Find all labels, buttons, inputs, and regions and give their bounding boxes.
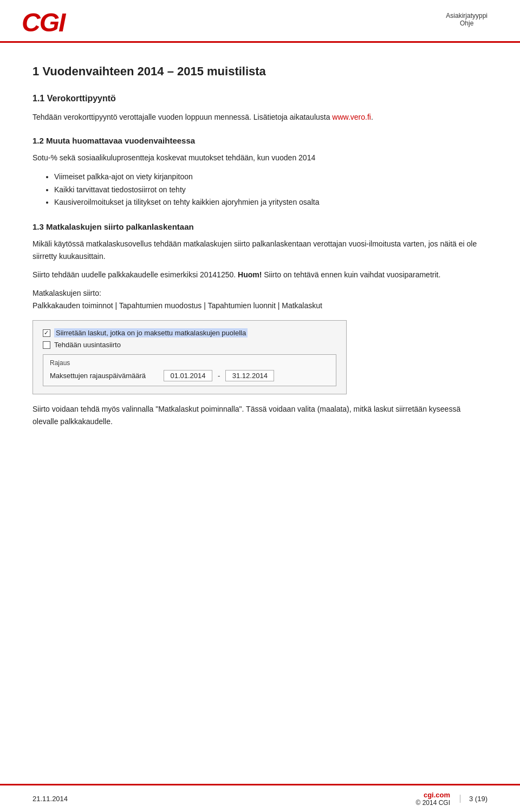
section-1-3-para3-path: Matkalaskujen siirto: Palkkakauden toimi… — [32, 287, 487, 311]
section-1-3-para2: Siirto tehdään uudelle palkkakaudelle es… — [32, 269, 487, 281]
footer-copyright: © 2014 CGI — [415, 799, 450, 807]
footer-website: cgi.com — [415, 791, 450, 799]
date-from-field: 01.01.2014 — [164, 370, 212, 381]
date-separator: - — [218, 372, 220, 380]
section-1-1-title: 1.1 Verokorttipyyntö — [32, 94, 487, 103]
section-1-1-para: Tehdään verokorttipyyntö verottajalle vu… — [32, 111, 487, 123]
section-1-3-para4: Siirto voidaan tehdä myös valinnalla "Ma… — [32, 403, 487, 427]
cgi-logo: CGI — [22, 10, 64, 36]
section-1-3-para1: Mikäli käytössä matkalaskusovellus tehdä… — [32, 238, 487, 262]
page-footer: 21.11.2014 cgi.com © 2014 CGI 3 (19) — [0, 784, 520, 812]
doc-type-label: Asiakirjatyyppi — [446, 12, 487, 20]
rajaus-title: Rajaus — [50, 359, 329, 367]
rajaus-row: Maksettujen rajauspäivämäärä 01.01.2014 … — [50, 370, 329, 381]
footer-right: cgi.com © 2014 CGI 3 (19) — [415, 791, 487, 807]
section-1-2-bullets: Viimeiset palkka-ajot on viety kirjanpit… — [54, 171, 487, 209]
checkbox1-label: Siirretään laskut, jotka on jo maksettu … — [54, 328, 248, 337]
date-to-field: 31.12.2014 — [225, 370, 274, 381]
footer-website-block: cgi.com © 2014 CGI — [415, 791, 450, 807]
bullet-item: Kaikki tarvittavat tiedostosiirrot on te… — [54, 184, 487, 197]
section-1-2-para: Sotu-% sekä sosiaalikuluprosentteja kosk… — [32, 152, 487, 164]
screenshot-box: Siirretään laskut, jotka on jo maksettu … — [32, 320, 347, 394]
footer-page: 3 (19) — [460, 795, 487, 803]
screenshot-checkbox-row-2: Tehdään uusintasiirto — [43, 341, 336, 349]
checkbox-unchecked-icon — [43, 341, 50, 349]
bullet-item: Viimeiset palkka-ajot on viety kirjanpit… — [54, 171, 487, 184]
vero-fi-link[interactable]: www.vero.fi — [332, 113, 371, 121]
main-content: 1 Vuodenvaihteen 2014 – 2015 muistilista… — [0, 43, 520, 477]
checkbox-checked-icon — [43, 329, 50, 337]
screenshot-checkbox-row-1: Siirretään laskut, jotka on jo maksettu … — [43, 328, 336, 337]
rajaus-box: Rajaus Maksettujen rajauspäivämäärä 01.0… — [43, 354, 336, 386]
checkbox2-label: Tehdään uusintasiirto — [54, 341, 121, 349]
rajaus-label: Maksettujen rajauspäivämäärä — [50, 372, 158, 380]
doc-type-block: Asiakirjatyyppi Ohje — [446, 10, 487, 27]
section-1-2-title: 1.2 Muuta huomattavaa vuodenvaihteessa — [32, 136, 487, 145]
page-header: CGI Asiakirjatyyppi Ohje — [0, 0, 520, 43]
chapter-title: 1 Vuodenvaihteen 2014 – 2015 muistilista — [32, 64, 487, 79]
section-1-3-title: 1.3 Matkalaskujen siirto palkanlaskentaa… — [32, 222, 487, 231]
doc-type-value: Ohje — [446, 20, 487, 27]
footer-date: 21.11.2014 — [32, 795, 68, 803]
bullet-item: Kausiveroilmoitukset ja tilitykset on te… — [54, 196, 487, 209]
